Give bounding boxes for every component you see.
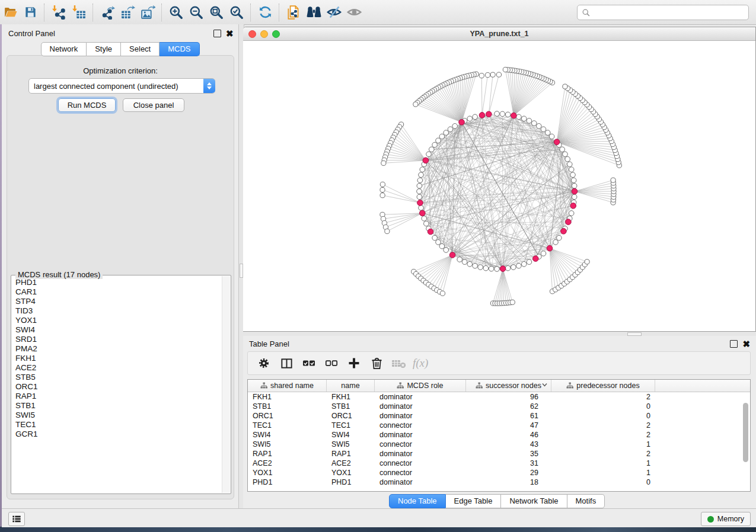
add-column-button[interactable] <box>343 353 365 373</box>
close-table-panel-icon[interactable]: ✖ <box>742 341 750 347</box>
save-session-button[interactable] <box>20 3 40 22</box>
table-row[interactable]: YOX1YOX1connector291 <box>248 468 750 477</box>
memory-button[interactable]: Memory <box>701 512 751 526</box>
run-mcds-button[interactable]: Run MCDS <box>58 98 116 112</box>
mcds-hub-node[interactable] <box>547 245 553 251</box>
table-tab-node-table[interactable]: Node Table <box>389 494 446 508</box>
show-column-button[interactable] <box>275 353 298 373</box>
mcds-result-item[interactable]: GCR1 <box>15 430 222 439</box>
mcds-result-item[interactable]: STB1 <box>15 401 222 411</box>
mcds-result-item[interactable]: ACE2 <box>15 363 222 373</box>
float-table-panel-icon[interactable] <box>730 340 738 348</box>
zoom-out-button[interactable] <box>186 3 206 22</box>
tab-style[interactable]: Style <box>87 42 121 56</box>
table-row[interactable]: RAP1RAP1dominator352 <box>248 449 750 459</box>
mcds-result-item[interactable]: PMA2 <box>15 344 222 354</box>
import-network-button[interactable] <box>49 3 69 22</box>
mcds-hub-node[interactable] <box>417 200 423 206</box>
delete-column-button[interactable] <box>365 353 388 373</box>
tab-network[interactable]: Network <box>40 42 87 56</box>
mcds-result-item[interactable]: RAP1 <box>15 392 222 401</box>
mcds-hub-node[interactable] <box>459 119 465 125</box>
mcds-result-item[interactable]: SRD1 <box>15 335 222 344</box>
mcds-hub-node[interactable] <box>423 158 429 164</box>
select-all-button[interactable] <box>298 353 320 373</box>
mcds-result-item[interactable]: PHD1 <box>15 278 222 287</box>
mcds-hub-node[interactable] <box>419 210 425 216</box>
search-input[interactable] <box>593 6 748 19</box>
hide-panel-button[interactable] <box>324 3 344 22</box>
mcds-hub-node[interactable] <box>500 266 506 272</box>
table-row[interactable]: SWI5SWI5connector431 <box>248 440 750 449</box>
mcds-result-list[interactable]: PHD1CAR1STP4TID3YOX1SWI4SRD1PMA2FKH1ACE2… <box>12 278 222 493</box>
mcds-hub-node[interactable] <box>449 252 455 258</box>
node-table[interactable]: shared namenameMCDS rolesuccessor nodesp… <box>247 379 751 492</box>
table-row[interactable]: STB1STB1dominator620 <box>248 402 750 411</box>
export-table-button[interactable] <box>117 3 138 22</box>
table-tab-motifs[interactable]: Motifs <box>567 494 605 508</box>
clone-network-button[interactable] <box>283 3 304 22</box>
network-window-titlebar[interactable]: YPA_prune.txt_1 <box>243 27 755 41</box>
close-panel-button[interactable]: Close panel <box>123 98 184 112</box>
mcds-hub-node[interactable] <box>428 229 433 235</box>
export-image-button[interactable] <box>138 3 158 22</box>
open-file-button[interactable] <box>0 3 20 22</box>
zoom-selected-button[interactable] <box>227 3 247 22</box>
mcds-hub-node[interactable] <box>486 111 492 117</box>
toolbar-separator <box>250 4 251 21</box>
horizontal-splitter[interactable] <box>243 332 756 336</box>
mcds-hub-node[interactable] <box>561 228 567 234</box>
show-panel-button[interactable] <box>344 3 364 22</box>
tab-select[interactable]: Select <box>121 42 160 56</box>
mcds-result-item[interactable]: SWI5 <box>15 411 222 420</box>
mcds-result-item[interactable]: CAR1 <box>15 287 222 297</box>
table-row[interactable]: FKH1FKH1dominator962 <box>248 392 750 402</box>
mcds-hub-node[interactable] <box>511 113 517 118</box>
mcds-result-item[interactable]: TEC1 <box>15 420 222 430</box>
import-table-button[interactable] <box>69 3 89 22</box>
mcds-result-item[interactable]: FKH1 <box>15 354 222 363</box>
table-scrollbar[interactable] <box>742 392 749 491</box>
table-row[interactable]: ORC1ORC1dominator610 <box>248 411 750 421</box>
close-panel-icon[interactable]: ✖ <box>226 30 234 37</box>
table-row[interactable]: PHD1PHD1dominator180 <box>248 477 750 487</box>
mcds-hub-node[interactable] <box>572 188 578 194</box>
table-row[interactable]: ACE2ACE2connector311 <box>248 459 750 468</box>
table-cell: dominator <box>375 393 466 401</box>
zoom-fit-button[interactable] <box>206 3 227 22</box>
column-header-shared-name[interactable]: shared name <box>248 380 327 392</box>
column-header-successor-nodes[interactable]: successor nodes <box>466 380 551 392</box>
task-history-button[interactable] <box>8 512 25 526</box>
mcds-result-item[interactable]: TID3 <box>15 306 222 316</box>
table-row[interactable]: SWI4SWI4dominator462 <box>248 430 750 440</box>
mcds-result-scrollbar[interactable] <box>222 276 230 493</box>
table-scrollbar-thumb[interactable] <box>743 403 748 462</box>
mcds-hub-node[interactable] <box>479 113 485 118</box>
mcds-result-item[interactable]: SWI4 <box>15 325 222 335</box>
refresh-layout-button[interactable] <box>255 3 275 22</box>
tab-mcds[interactable]: MCDS <box>160 42 199 56</box>
mcds-result-item[interactable]: YOX1 <box>15 316 222 325</box>
column-header-MCDS-role[interactable]: MCDS role <box>375 380 466 392</box>
deselect-all-button[interactable] <box>320 353 343 373</box>
mcds-result-item[interactable]: ORC1 <box>15 382 222 392</box>
float-panel-icon[interactable] <box>213 30 221 37</box>
mcds-hub-node[interactable] <box>533 256 539 262</box>
network-svg[interactable] <box>243 41 755 331</box>
search-field[interactable] <box>577 5 749 20</box>
mcds-hub-node[interactable] <box>566 219 572 225</box>
table-tab-network-table[interactable]: Network Table <box>501 494 567 508</box>
column-header-predecessor-nodes[interactable]: predecessor nodes <box>551 380 655 392</box>
mcds-result-item[interactable]: STP4 <box>15 297 222 306</box>
mcds-hub-node[interactable] <box>570 203 576 209</box>
table-row[interactable]: TEC1TEC1connector472 <box>248 421 750 430</box>
column-header-name[interactable]: name <box>327 380 375 392</box>
search-network-button[interactable] <box>304 3 324 22</box>
table-settings-button[interactable] <box>253 353 275 373</box>
mcds-result-item[interactable]: STB5 <box>15 373 222 382</box>
export-network-button[interactable] <box>97 3 117 22</box>
zoom-in-button[interactable] <box>166 3 186 22</box>
optimization-criterion-select[interactable]: largest connected component (undirected) <box>28 78 215 94</box>
mcds-hub-node[interactable] <box>554 139 560 145</box>
table-tab-edge-table[interactable]: Edge Table <box>446 494 502 508</box>
